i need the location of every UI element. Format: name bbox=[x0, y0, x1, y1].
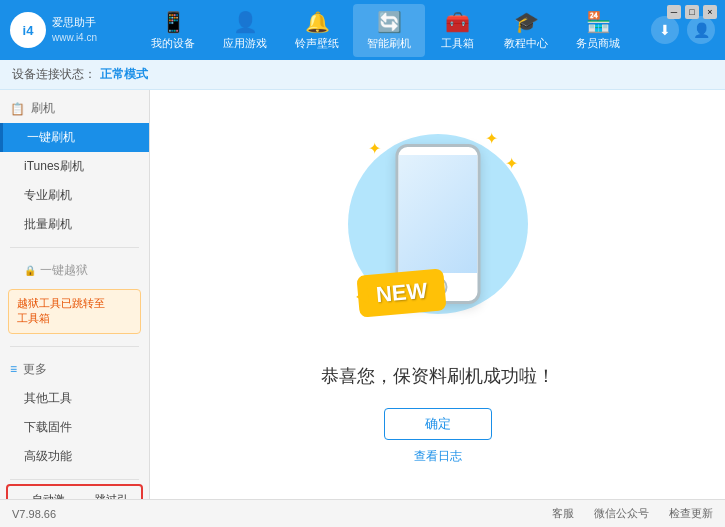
status-bar: 设备连接状态： 正常模式 bbox=[0, 60, 725, 90]
main-layout: 📋 刷机 一键刷机 iTunes刷机 专业刷机 批量刷机 🔒 一键越狱 bbox=[0, 90, 725, 499]
nav-toolbox[interactable]: 🧰 工具箱 bbox=[425, 4, 490, 57]
merchant-icon: 🏪 bbox=[586, 10, 611, 34]
success-message: 恭喜您，保资料刷机成功啦！ bbox=[321, 364, 555, 388]
sidebar-batch-flash[interactable]: 批量刷机 bbox=[0, 210, 149, 239]
my-device-icon: 📱 bbox=[161, 10, 186, 34]
maximize-button[interactable]: □ bbox=[685, 5, 699, 19]
logo-icon: i4 bbox=[10, 12, 46, 48]
nav-smart-flash[interactable]: 🔄 智能刷机 bbox=[353, 4, 425, 57]
footer-check-update[interactable]: 检查更新 bbox=[669, 506, 713, 521]
phone-illustration: ✦ ✦ ✦ NEW bbox=[338, 124, 538, 344]
download-button[interactable]: ⬇ bbox=[651, 16, 679, 44]
ringtone-icon: 🔔 bbox=[305, 10, 330, 34]
toolbox-icon: 🧰 bbox=[445, 10, 470, 34]
user-button[interactable]: 👤 bbox=[687, 16, 715, 44]
new-badge: NEW bbox=[356, 268, 447, 317]
sidebar-advanced[interactable]: 高级功能 bbox=[0, 442, 149, 471]
sidebar-divider-3 bbox=[10, 479, 139, 480]
sidebar-divider-2 bbox=[10, 346, 139, 347]
top-right-controls: ⬇ 👤 bbox=[651, 16, 715, 44]
log-link[interactable]: 查看日志 bbox=[414, 448, 462, 465]
sidebar-other-tools[interactable]: 其他工具 bbox=[0, 384, 149, 413]
nav-my-device[interactable]: 📱 我的设备 bbox=[137, 4, 209, 57]
nav-items: 📱 我的设备 👤 应用游戏 🔔 铃声壁纸 🔄 智能刷机 🧰 工具箱 🎓 bbox=[120, 4, 651, 57]
more-section-header: ≡ 更多 bbox=[0, 355, 149, 384]
logo: i4 爱思助手 www.i4.cn bbox=[10, 12, 120, 48]
nav-ringtones[interactable]: 🔔 铃声壁纸 bbox=[281, 4, 353, 57]
nav-merchant[interactable]: 🏪 务员商城 bbox=[562, 4, 634, 57]
main-content: ✦ ✦ ✦ NEW 恭喜您，保资料刷机成功啦！ 确定 查看日志 bbox=[150, 90, 725, 499]
logo-text: 爱思助手 www.i4.cn bbox=[52, 15, 97, 44]
sidebar: 📋 刷机 一键刷机 iTunes刷机 专业刷机 批量刷机 🔒 一键越狱 bbox=[0, 90, 150, 499]
close-button[interactable]: × bbox=[703, 5, 717, 19]
jailbreak-header: 🔒 一键越狱 bbox=[0, 256, 149, 285]
more-section-icon: ≡ bbox=[10, 362, 17, 376]
phone-screen bbox=[398, 155, 477, 273]
jailbreak-section: 🔒 一键越狱 越狱工具已跳转至工具箱 bbox=[0, 252, 149, 342]
sidebar-one-key-flash[interactable]: 一键刷机 bbox=[0, 123, 149, 152]
footer-customer-service[interactable]: 客服 bbox=[552, 506, 574, 521]
window-controls: ─ □ × bbox=[667, 5, 717, 19]
checkbox-area: 自动激活 跳过引导 bbox=[6, 484, 143, 499]
confirm-button[interactable]: 确定 bbox=[384, 408, 492, 440]
sparkle-icon-1: ✦ bbox=[368, 139, 381, 158]
topbar: i4 爱思助手 www.i4.cn 📱 我的设备 👤 应用游戏 🔔 铃声壁纸 bbox=[0, 0, 725, 60]
auto-activate-checkbox[interactable]: 自动激活 bbox=[16, 492, 71, 499]
apps-icon: 👤 bbox=[233, 10, 258, 34]
sidebar-pro-flash[interactable]: 专业刷机 bbox=[0, 181, 149, 210]
guide-activate-checkbox[interactable]: 跳过引导 bbox=[79, 492, 134, 499]
flash-section-icon: 📋 bbox=[10, 102, 25, 116]
sidebar-itunes-flash[interactable]: iTunes刷机 bbox=[0, 152, 149, 181]
sparkle-icon-3: ✦ bbox=[505, 154, 518, 173]
sparkle-icon-2: ✦ bbox=[485, 129, 498, 148]
sidebar-download-firmware[interactable]: 下载固件 bbox=[0, 413, 149, 442]
flash-section-header: 📋 刷机 bbox=[0, 94, 149, 123]
lock-icon: 🔒 bbox=[24, 265, 36, 276]
jailbreak-notice: 越狱工具已跳转至工具箱 bbox=[8, 289, 141, 334]
more-section: ≡ 更多 其他工具 下载固件 高级功能 bbox=[0, 351, 149, 475]
minimize-button[interactable]: ─ bbox=[667, 5, 681, 19]
tutorials-icon: 🎓 bbox=[514, 10, 539, 34]
nav-tutorials[interactable]: 🎓 教程中心 bbox=[490, 4, 562, 57]
nav-apps-games[interactable]: 👤 应用游戏 bbox=[209, 4, 281, 57]
smart-flash-icon: 🔄 bbox=[377, 10, 402, 34]
flash-section: 📋 刷机 一键刷机 iTunes刷机 专业刷机 批量刷机 bbox=[0, 90, 149, 243]
sidebar-divider-1 bbox=[10, 247, 139, 248]
footer-wechat[interactable]: 微信公众号 bbox=[594, 506, 649, 521]
footer: V7.98.66 客服 微信公众号 检查更新 bbox=[0, 499, 725, 527]
